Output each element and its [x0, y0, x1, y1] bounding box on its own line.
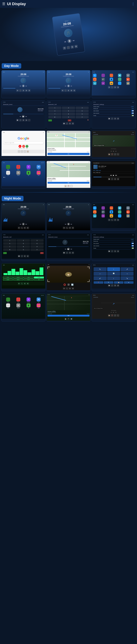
btcall-dock-3[interactable]: ⬆	[69, 122, 71, 125]
play-btn-1[interactable]: ⏸	[22, 84, 25, 87]
bts-dock-3[interactable]: ⬆	[114, 117, 116, 120]
bb-email-2[interactable]: ✉	[61, 89, 64, 92]
niphone-app-settings[interactable]: ⚙ Settings	[14, 304, 23, 308]
iphone-app-settings[interactable]: ⚙ Settings	[14, 171, 23, 176]
bb-phone-1[interactable]: 📞	[19, 89, 22, 92]
quick-gmail[interactable]: M Gmail	[22, 145, 25, 149]
app-icon-8[interactable]: 📱	[110, 78, 113, 81]
nkey-1[interactable]: 1	[3, 239, 16, 242]
nav-dock-2[interactable]: 📍	[111, 153, 113, 156]
nnav-dock-1[interactable]: ☎	[108, 284, 110, 287]
night-next-2[interactable]: ⏭	[71, 224, 72, 225]
nbts-dock-4[interactable]: ⚙	[117, 250, 119, 252]
bb-nav-1[interactable]: ⬆	[22, 89, 24, 92]
nbtm-dock-1[interactable]: ☎	[63, 252, 65, 254]
ncam-dock-3[interactable]: ⬆	[69, 287, 71, 290]
nnav2-dock-2[interactable]: 📍	[111, 314, 113, 317]
google-search-bar[interactable]: Search or type URL	[3, 142, 44, 144]
prev-btn-2[interactable]: ⏮	[65, 85, 66, 87]
app-icon-13[interactable]: 📷	[110, 82, 113, 85]
app-icon-4[interactable]: ☎	[118, 74, 121, 77]
app-icon-2[interactable]: 🎵	[102, 74, 105, 77]
bb-bt-2[interactable]: ⚙	[70, 89, 73, 92]
app-icon-5[interactable]: ⚙	[126, 74, 130, 77]
nav-act-4[interactable]: ★	[124, 281, 134, 284]
night-play-2[interactable]: ⏸	[67, 223, 70, 226]
nmap-dock-3[interactable]: ☎	[70, 318, 73, 320]
neq-dock-1[interactable]: ✉	[18, 282, 20, 285]
key-2[interactable]: 2	[62, 106, 75, 109]
full-map-go[interactable]: GO	[48, 182, 90, 184]
bb-set-1[interactable]: ☰	[28, 89, 30, 92]
nbtm-dock-3[interactable]: ⬆	[69, 252, 71, 254]
cp-dock-4[interactable]: ⚙	[117, 178, 119, 180]
night2-dock-2[interactable]: 📞	[66, 226, 68, 229]
napp-7[interactable]: BT	[102, 210, 105, 214]
nkey-5[interactable]: 5	[17, 242, 30, 245]
auto-connect-toggle[interactable]	[131, 112, 134, 114]
night-settings-name-val[interactable]: CarBT	[131, 239, 134, 240]
cp-prev[interactable]: ⏮	[110, 174, 112, 176]
ncall-btn-end[interactable]: 📵	[40, 252, 44, 254]
key-4[interactable]: 4	[48, 110, 62, 112]
nbt-prev[interactable]: ⏮	[65, 248, 66, 250]
key-0[interactable]: 0	[62, 116, 75, 118]
iphone-app-news[interactable]: 📰 News	[4, 171, 13, 176]
night-auto-connect-toggle[interactable]	[131, 245, 134, 246]
nbt-play[interactable]: ▶	[67, 248, 70, 250]
btcall-dock-2[interactable]: 🎵	[66, 122, 68, 125]
app-icon-11[interactable]: ☁	[93, 82, 96, 85]
nag-dock-4[interactable]: ⚙	[117, 219, 119, 221]
call-btn-call[interactable]: 📞	[48, 120, 52, 122]
eq-btn-5[interactable]: USER	[3, 279, 13, 280]
nkey-6[interactable]: 6	[30, 242, 44, 245]
niphone-app-maps[interactable]: 🗺 Maps	[34, 298, 43, 302]
google-dock-2[interactable]: →	[21, 150, 23, 153]
nav-arrow-left[interactable]: ←	[94, 272, 106, 276]
next-btn-1[interactable]: ⏭	[26, 85, 27, 87]
quick-youtube[interactable]: ▶ YouTube	[18, 145, 22, 149]
nkey-0[interactable]: 0	[17, 248, 30, 251]
map-go-button[interactable]: GO	[48, 153, 90, 155]
nbtc-dock-1[interactable]: ☎	[18, 255, 20, 258]
key-8[interactable]: 8	[62, 113, 75, 115]
nbts-dock-2[interactable]: 🎵	[111, 250, 113, 252]
settings-device-name-val[interactable]: CarBT	[131, 106, 134, 107]
eq-btn-6[interactable]: BASS	[13, 279, 23, 280]
dock-icon-2[interactable]: 📞	[111, 86, 113, 88]
cp-song-1[interactable]: 华东_25周年.mp3	[93, 170, 134, 172]
neq-dock-3[interactable]: ⬆	[24, 282, 26, 285]
eq-btn-7[interactable]: FLAT	[24, 279, 34, 280]
bb-phone-2[interactable]: 📞	[64, 89, 67, 92]
dock-icon-3[interactable]: ⬆	[114, 86, 116, 88]
night-power-toggle[interactable]	[131, 248, 134, 249]
fm-dock-2[interactable]: 📍	[67, 185, 70, 187]
ncam-dock-2[interactable]: 📞	[66, 287, 68, 290]
nbts-dock-1[interactable]: ☎	[108, 250, 110, 252]
app-icon-15[interactable]: 📂	[126, 82, 130, 85]
prev-btn-1[interactable]: ⏮	[20, 85, 21, 87]
prev-icon[interactable]: ⏮	[64, 40, 66, 43]
night2-dock-1[interactable]: ✉	[63, 226, 65, 229]
night-prev-1[interactable]: ⏮	[20, 224, 21, 225]
bts-dock-1[interactable]: ☎	[108, 117, 110, 120]
napp-10[interactable]: ▶	[126, 210, 130, 214]
nbt-next[interactable]: ⏭	[71, 248, 72, 250]
cp-dock-2[interactable]: 🎵	[111, 178, 113, 180]
key-hash[interactable]: #	[76, 116, 89, 118]
eq-btn-2[interactable]: ROCK	[13, 276, 23, 278]
app-icon-10[interactable]: ▶	[126, 78, 130, 81]
nkey-8[interactable]: 8	[17, 245, 30, 248]
night-next-1[interactable]: ⏭	[26, 224, 27, 225]
nnav2-dock-4[interactable]: 📞	[117, 314, 119, 317]
key-5[interactable]: 5	[62, 110, 75, 112]
nkey-9[interactable]: 9	[30, 245, 44, 248]
ncall-btn-call[interactable]: 📞	[3, 252, 7, 254]
btcall-dock-1[interactable]: ☎	[63, 122, 65, 125]
nbtc-dock-4[interactable]: ⚙	[26, 255, 29, 258]
nag-dock-1[interactable]: ✉	[108, 219, 110, 221]
key-3[interactable]: 3	[76, 106, 89, 109]
bb-bt-1[interactable]: ⚙	[25, 89, 28, 92]
key-1[interactable]: 1	[48, 106, 62, 109]
power-toggle[interactable]	[131, 115, 134, 116]
